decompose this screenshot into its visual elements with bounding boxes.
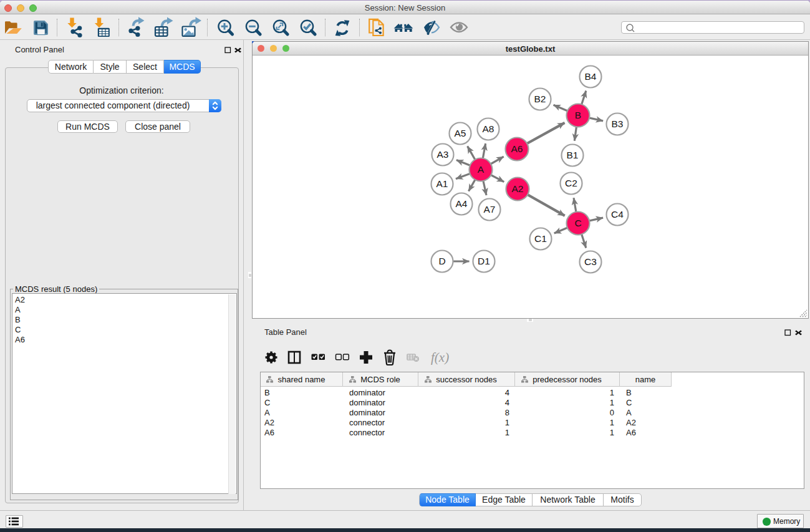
svg-text:C4: C4: [611, 209, 624, 220]
svg-text:B: B: [575, 110, 581, 120]
svg-text:C3: C3: [584, 256, 597, 267]
svg-text:A2: A2: [512, 183, 524, 194]
svg-text:C1: C1: [534, 233, 547, 244]
svg-text:f(x): f(x): [431, 350, 449, 365]
svg-text:A7: A7: [484, 204, 496, 215]
svg-text:A8: A8: [483, 123, 494, 134]
svg-text:A: A: [478, 164, 485, 175]
svg-text:B4: B4: [585, 71, 597, 82]
svg-text:B1: B1: [567, 150, 579, 160]
svg-text:A5: A5: [455, 128, 466, 138]
svg-text:D1: D1: [478, 256, 490, 266]
svg-text:D: D: [438, 256, 445, 266]
svg-text:A4: A4: [456, 198, 468, 209]
svg-text:C2: C2: [565, 178, 577, 188]
svg-text:A1: A1: [436, 178, 448, 189]
svg-text:C: C: [574, 218, 581, 228]
svg-text:B2: B2: [534, 94, 546, 104]
svg-text:A3: A3: [437, 149, 449, 160]
svg-text:B3: B3: [612, 118, 624, 129]
svg-text:A6: A6: [511, 143, 523, 154]
